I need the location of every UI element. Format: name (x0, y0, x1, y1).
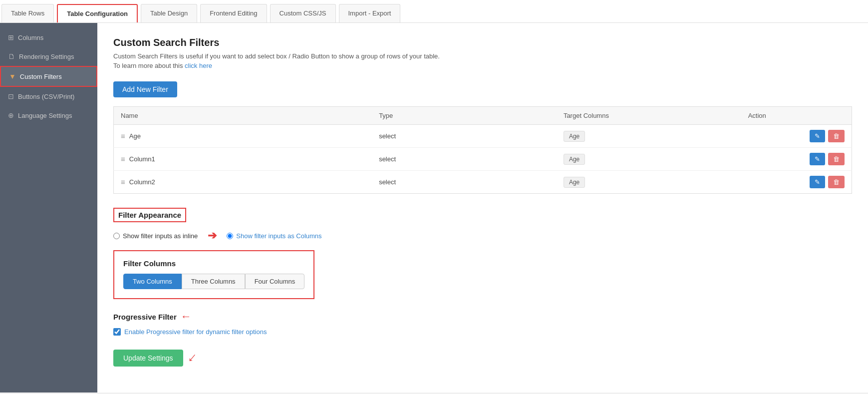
file-icon: 🗋 (8, 52, 15, 60)
hamburger-icon: ≡ (121, 155, 125, 163)
main-layout: ⊞ Columns 🗋 Rendering Settings ▼ Custom … (0, 23, 868, 393)
filter-appearance-section: Filter Appearance Show filter inputs as … (113, 208, 852, 367)
update-settings-container: Update Settings ↑ (113, 347, 852, 367)
cell-target-1: Age (557, 148, 741, 171)
sidebar-label-columns: Columns (18, 34, 43, 41)
table-row: ≡ Column1 select Age ✎ 🗑 (114, 148, 852, 171)
table-row: ≡ Column2 select Age ✎ 🗑 (114, 171, 852, 194)
filter-columns-box: Filter Columns Two ColumnsThree ColumnsF… (113, 250, 314, 299)
cell-type-2: select (372, 171, 557, 194)
sidebar-item-rendering-settings[interactable]: 🗋 Rendering Settings (0, 47, 97, 66)
filter-appearance-radio-group: Show filter inputs as inline ➔ Show filt… (113, 229, 852, 242)
tab-table-design[interactable]: Table Design (141, 4, 197, 22)
arrow-icon: ➔ (208, 229, 217, 242)
filter-columns-title: Filter Columns (123, 259, 304, 268)
click-here-link[interactable]: click here (185, 62, 212, 69)
radio-columns-label[interactable]: Show filter inputs as Columns (227, 232, 321, 240)
col-btn-four-columns[interactable]: Four Columns (245, 274, 305, 289)
sidebar-item-buttons[interactable]: ⊡ Buttons (CSV/Print) (0, 87, 97, 106)
update-arrow-icon: ↑ (184, 350, 199, 367)
progressive-checkbox-text: Enable Progressive filter for dynamic fi… (124, 328, 267, 336)
tab-table-configuration[interactable]: Table Configuration (57, 4, 138, 22)
sidebar-label-language: Language Settings (18, 112, 72, 119)
tab-frontend-editing[interactable]: Frontend Editing (200, 4, 267, 22)
cell-target-0: Age (557, 125, 741, 148)
filter-appearance-title: Filter Appearance (113, 208, 186, 222)
tab-table-rows[interactable]: Table Rows (1, 4, 54, 22)
delete-button-2[interactable]: 🗑 (828, 176, 845, 188)
sidebar-label-buttons: Buttons (CSV/Print) (18, 93, 74, 100)
target-badge-2: Age (564, 177, 585, 188)
tab-custom-css-js[interactable]: Custom CSS/JS (270, 4, 336, 22)
target-badge-1: Age (564, 154, 585, 165)
grid-icon: ⊞ (8, 33, 14, 41)
progressive-filter-title: Progressive Filter ← (113, 310, 852, 323)
delete-button-0[interactable]: 🗑 (828, 130, 845, 142)
button-icon: ⊡ (8, 92, 14, 100)
col-btn-three-columns[interactable]: Three Columns (182, 274, 245, 289)
cell-action-1: ✎ 🗑 (741, 148, 852, 171)
radio-columns-text: Show filter inputs as Columns (236, 232, 321, 240)
sidebar-item-columns[interactable]: ⊞ Columns (0, 28, 97, 47)
cell-action-0: ✎ 🗑 (741, 125, 852, 148)
col-header-target: Target Columns (557, 107, 741, 125)
progressive-filter-section: Progressive Filter ← Enable Progressive … (113, 310, 852, 336)
progressive-checkbox[interactable] (113, 328, 121, 336)
section-title: Custom Search Filters (113, 37, 852, 48)
cell-type-1: select (372, 148, 557, 171)
target-badge-0: Age (564, 131, 585, 142)
sidebar-item-custom-filters[interactable]: ▼ Custom Filters (0, 66, 97, 87)
column-btn-group: Two ColumnsThree ColumnsFour Columns (123, 274, 304, 289)
cell-target-2: Age (557, 171, 741, 194)
main-content: Custom Search Filters Custom Search Filt… (97, 23, 868, 393)
cell-name-2: ≡ Column2 (114, 171, 372, 194)
section-desc1: Custom Search Filters is useful if you w… (113, 52, 852, 60)
col-btn-two-columns[interactable]: Two Columns (123, 274, 182, 289)
radio-columns[interactable] (227, 233, 233, 239)
cell-name-0: ≡ Age (114, 125, 372, 148)
cell-action-2: ✎ 🗑 (741, 171, 852, 194)
cell-type-0: select (372, 125, 557, 148)
top-tabs-bar: Table Rows Table Configuration Table Des… (0, 0, 868, 23)
progressive-arrow-icon: ← (181, 310, 192, 323)
radio-inline[interactable] (113, 233, 120, 239)
edit-button-1[interactable]: ✎ (810, 153, 825, 165)
add-new-filter-button[interactable]: Add New Filter (113, 81, 177, 97)
col-header-action: Action (741, 107, 852, 125)
radio-inline-label[interactable]: Show filter inputs as inline (113, 232, 198, 240)
tab-import-export[interactable]: Import - Export (339, 4, 401, 22)
section-desc2: To learn more about this click here (113, 62, 852, 69)
sidebar-label-custom-filters: Custom Filters (20, 73, 62, 80)
sidebar-label-rendering: Rendering Settings (19, 53, 74, 60)
col-header-type: Type (372, 107, 557, 125)
radio-inline-text: Show filter inputs as inline (123, 232, 198, 240)
update-settings-button[interactable]: Update Settings (113, 350, 183, 367)
table-row: ≡ Age select Age ✎ 🗑 (114, 125, 852, 148)
sidebar: ⊞ Columns 🗋 Rendering Settings ▼ Custom … (0, 23, 97, 393)
globe-icon: ⊕ (8, 111, 14, 119)
hamburger-icon: ≡ (121, 178, 125, 186)
hamburger-icon: ≡ (121, 132, 125, 140)
filter-icon: ▼ (9, 72, 16, 80)
col-header-name: Name (114, 107, 372, 125)
edit-button-2[interactable]: ✎ (810, 176, 825, 188)
progressive-checkbox-label[interactable]: Enable Progressive filter for dynamic fi… (113, 328, 852, 336)
edit-button-0[interactable]: ✎ (810, 130, 825, 142)
sidebar-item-language-settings[interactable]: ⊕ Language Settings (0, 106, 97, 125)
delete-button-1[interactable]: 🗑 (828, 153, 845, 165)
cell-name-1: ≡ Column1 (114, 148, 372, 171)
custom-filters-table: Name Type Target Columns Action ≡ Age se… (113, 106, 852, 194)
